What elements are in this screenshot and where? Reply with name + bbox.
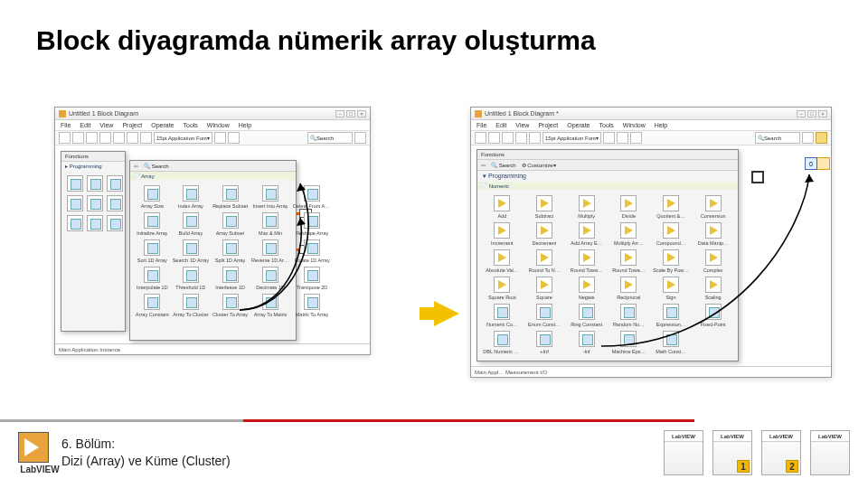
- close-button[interactable]: ×: [818, 110, 827, 117]
- palette-item[interactable]: Ring Constant: [567, 304, 606, 327]
- palette-item[interactable]: Matrix To Array: [293, 294, 331, 317]
- palette-item[interactable]: Build Array: [173, 212, 209, 236]
- palette-item[interactable]: Sort 1D Array: [136, 239, 169, 263]
- highlight-button[interactable]: [113, 132, 125, 144]
- maximize-button[interactable]: □: [346, 110, 355, 117]
- highlight-button[interactable]: [529, 132, 541, 144]
- palette-item[interactable]: Divide: [609, 195, 648, 219]
- palette-item[interactable]: Conversion: [693, 195, 732, 219]
- menu-view[interactable]: View: [515, 122, 529, 128]
- palette-item[interactable]: Increment: [483, 222, 522, 246]
- palette-item[interactable]: Enum Const…: [525, 304, 564, 327]
- palette-item[interactable]: Scale By Pow…: [652, 249, 691, 273]
- numeric-palette[interactable]: Functions ⇦ 🔍 Search ⚙ Customize▾ ▾ Prog…: [476, 149, 739, 361]
- align-button[interactable]: [603, 132, 615, 144]
- palette-item[interactable]: Sign: [652, 277, 691, 300]
- palette-item[interactable]: Decrement: [525, 222, 564, 246]
- array-element-cell[interactable]: [817, 157, 830, 170]
- array-constant-node[interactable]: 0: [805, 157, 830, 170]
- palette-breadcrumb[interactable]: ▾ Programming: [477, 171, 738, 182]
- palette-item[interactable]: Reverse 1D Array: [251, 239, 289, 263]
- palette-item[interactable]: Complex: [693, 249, 732, 273]
- palette-search[interactable]: 🔍 Search: [144, 163, 169, 169]
- palette-item[interactable]: Absolute Val…: [483, 249, 522, 273]
- vi-icon[interactable]: [816, 132, 827, 144]
- palette-item[interactable]: [107, 215, 123, 231]
- menu-view[interactable]: View: [99, 122, 113, 128]
- palette-item[interactable]: Decimate 1D: [251, 267, 289, 290]
- palette-item[interactable]: [87, 175, 103, 192]
- palette-breadcrumb[interactable]: ▸ Programming: [61, 162, 125, 170]
- palette-item[interactable]: Scaling: [693, 277, 732, 300]
- palette-item[interactable]: Search 1D Array: [173, 239, 209, 263]
- palette-item[interactable]: Fixed-Point: [693, 304, 732, 327]
- abort-button[interactable]: [86, 132, 98, 144]
- palette-item[interactable]: Quotient &…: [652, 195, 691, 219]
- help-button[interactable]: [802, 132, 814, 144]
- palette-item[interactable]: Reciprocal: [609, 277, 648, 300]
- palette-item[interactable]: [67, 215, 83, 231]
- block-diagram-canvas[interactable]: Functions ⇦ 🔍 Search ⚙ Customize▾ ▾ Prog…: [471, 145, 831, 366]
- minimize-button[interactable]: –: [797, 110, 806, 117]
- palette-item[interactable]: [87, 195, 103, 211]
- menu-window[interactable]: Window: [623, 122, 646, 128]
- palette-item[interactable]: Multiply Arr…: [609, 222, 648, 246]
- retain-button[interactable]: [127, 132, 138, 144]
- array-index-cell[interactable]: 0: [805, 157, 817, 170]
- palette-item[interactable]: [67, 175, 83, 192]
- palette-item[interactable]: Random Nu…: [609, 304, 648, 327]
- palette-item[interactable]: -Inf: [567, 331, 606, 354]
- close-button[interactable]: ×: [357, 110, 366, 117]
- minimize-button[interactable]: –: [335, 110, 344, 117]
- menu-help[interactable]: Help: [655, 122, 667, 128]
- menu-help[interactable]: Help: [239, 122, 251, 128]
- palette-item[interactable]: Transpose 2D: [293, 267, 331, 290]
- palette-item[interactable]: Negate: [567, 277, 606, 300]
- palette-item[interactable]: Threshold 1D: [173, 267, 209, 290]
- pause-button[interactable]: [515, 132, 527, 144]
- palette-item[interactable]: Square Root: [483, 277, 522, 300]
- menu-tools[interactable]: Tools: [183, 122, 197, 128]
- menubar[interactable]: File Edit View Project Operate Tools Win…: [55, 120, 370, 131]
- palette-item[interactable]: Machine Eps…: [609, 331, 648, 354]
- menu-window[interactable]: Window: [207, 122, 230, 128]
- menu-operate[interactable]: Operate: [567, 122, 590, 128]
- palette-item[interactable]: Expression…: [652, 304, 691, 327]
- palette-item[interactable]: Math Const…: [652, 331, 691, 354]
- palette-item[interactable]: Delete From Array: [293, 185, 331, 209]
- distribute-button[interactable]: [228, 132, 240, 144]
- palette-item[interactable]: Array To Cluster: [173, 294, 209, 317]
- palette-item[interactable]: Reshape Array: [293, 212, 331, 236]
- palette-item[interactable]: Initialize Array: [136, 212, 169, 236]
- palette-item[interactable]: Add: [483, 195, 522, 219]
- menu-project[interactable]: Project: [122, 122, 142, 128]
- palette-item[interactable]: Compound…: [652, 222, 691, 246]
- palette-item[interactable]: Max & Min: [251, 212, 289, 236]
- menu-edit[interactable]: Edit: [495, 122, 506, 128]
- palette-item[interactable]: Add Array E…: [567, 222, 606, 246]
- palette-item[interactable]: Array Subset: [212, 212, 248, 236]
- palette-item[interactable]: Interleave 1D: [212, 267, 248, 290]
- reorder-button[interactable]: [630, 132, 642, 144]
- search-box[interactable]: 🔍 Search: [307, 132, 353, 144]
- palette-item[interactable]: DBL Numeric Constant: [483, 331, 522, 354]
- window-titlebar[interactable]: Untitled 1 Block Diagram * – □ ×: [471, 108, 831, 120]
- palette-item[interactable]: [107, 195, 123, 211]
- menu-project[interactable]: Project: [538, 122, 558, 128]
- maximize-button[interactable]: □: [807, 110, 816, 117]
- palette-item[interactable]: [87, 215, 103, 231]
- palette-item[interactable]: Square: [525, 277, 564, 300]
- run-button[interactable]: [59, 132, 71, 144]
- palette-item[interactable]: [67, 195, 83, 211]
- run-button[interactable]: [475, 132, 486, 144]
- palette-item[interactable]: Round Towa…: [609, 249, 648, 273]
- palette-item[interactable]: Round To N…: [525, 249, 564, 273]
- palette-item[interactable]: +Inf: [525, 331, 564, 354]
- step-button[interactable]: [140, 132, 152, 144]
- pause-button[interactable]: [99, 132, 111, 144]
- help-button[interactable]: [354, 132, 366, 144]
- palette-item[interactable]: Index Array: [173, 185, 209, 209]
- array-palette[interactable]: ⇦ 🔍 Search 📄 Array Array SizeIndex Array…: [129, 160, 297, 341]
- run-continuous-button[interactable]: [488, 132, 500, 144]
- constant-node[interactable]: [751, 171, 764, 183]
